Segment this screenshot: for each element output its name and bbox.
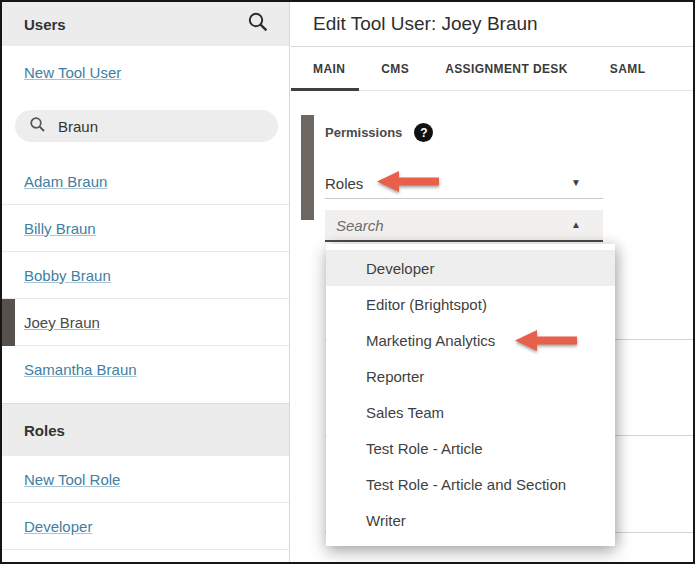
sidebar: Users New Tool User Adam Braun Billy Bra…	[2, 2, 290, 562]
page-title: Edit Tool User: Joey Braun	[313, 13, 538, 35]
roles-header-label: Roles	[24, 422, 65, 439]
users-header-label: Users	[24, 16, 66, 33]
new-tool-role-link[interactable]: New Tool Role	[24, 471, 120, 488]
user-link[interactable]: Samantha Braun	[24, 361, 137, 378]
tab-label: MAIN	[313, 62, 345, 76]
role-list: Developer	[2, 503, 289, 550]
new-tool-user-link[interactable]: New Tool User	[24, 64, 121, 81]
dropdown-option[interactable]: Developer	[326, 250, 615, 286]
new-tool-role-row: New Tool Role	[2, 456, 289, 503]
dropdown-option-label: Developer	[366, 260, 434, 277]
field-focus-bar	[301, 115, 314, 220]
dropdown-option-label: Sales Team	[366, 404, 444, 421]
dropdown-option[interactable]: Editor (Brightspot)	[326, 286, 615, 322]
dropdown-option-label: Test Role - Article	[366, 440, 483, 457]
tab-label: CMS	[381, 62, 409, 76]
role-list-item: Developer	[2, 503, 289, 550]
user-list: Adam Braun Billy Braun Bobby Braun Joey …	[2, 158, 289, 393]
sidebar-gap	[2, 393, 289, 403]
user-link[interactable]: Joey Braun	[24, 314, 100, 331]
dropdown-option-label: Reporter	[366, 368, 424, 385]
role-search-field[interactable]: ▲	[325, 210, 603, 242]
user-link[interactable]: Billy Braun	[24, 220, 96, 237]
select-value: Roles	[325, 175, 363, 192]
tab[interactable]: MAIN	[291, 47, 359, 90]
annotation-arrow-option	[515, 330, 577, 351]
dropdown-option[interactable]: Test Role - Article and Section	[326, 466, 615, 502]
roles-section-header: Roles	[2, 403, 289, 456]
user-list-item: Billy Braun	[2, 205, 289, 252]
search-icon	[29, 116, 46, 137]
tab[interactable]: SAML	[610, 47, 646, 90]
app-window: Users New Tool User Adam Braun Billy Bra…	[0, 0, 695, 564]
dropdown-option-label: Marketing Analytics	[366, 332, 495, 349]
user-search-input[interactable]	[56, 117, 246, 136]
dropdown-option[interactable]: Test Role - Article	[326, 430, 615, 466]
dropdown-option[interactable]: Reporter	[326, 358, 615, 394]
user-list-item: Bobby Braun	[2, 252, 289, 299]
role-search-input[interactable]	[334, 216, 534, 235]
user-list-item: Adam Braun	[2, 158, 289, 205]
permission-type-select[interactable]: Roles ▼	[325, 168, 603, 199]
user-list-item: Joey Braun	[2, 299, 289, 346]
dropdown-option-label: Writer	[366, 512, 406, 529]
user-search-field[interactable]	[15, 110, 278, 142]
dropdown-option-label: Editor (Brightspot)	[366, 296, 487, 313]
dropdown-option[interactable]: Sales Team	[326, 394, 615, 430]
user-link[interactable]: Adam Braun	[24, 173, 107, 190]
tab-label: ASSIGNMENT DESK	[445, 62, 568, 76]
user-link[interactable]: Bobby Braun	[24, 267, 111, 284]
roles-dropdown: Developer Editor (Brightspot) Marketing …	[326, 244, 615, 546]
permissions-row: Permissions ?	[325, 123, 433, 142]
tab[interactable]: CMS	[381, 47, 409, 90]
help-icon[interactable]: ?	[414, 123, 433, 142]
dropdown-option-label: Test Role - Article and Section	[366, 476, 566, 493]
permissions-label: Permissions	[325, 125, 402, 140]
users-section-header: Users	[2, 2, 289, 46]
role-link[interactable]: Developer	[24, 518, 92, 535]
tab-label: SAML	[610, 62, 646, 76]
tab[interactable]: ASSIGNMENT DESK	[445, 47, 568, 90]
annotation-arrow-roles	[377, 171, 439, 192]
search-icon[interactable]	[247, 11, 269, 37]
chevron-down-icon: ▼	[571, 178, 581, 188]
dropdown-option[interactable]: Marketing Analytics	[326, 322, 615, 358]
chevron-up-icon[interactable]: ▲	[571, 220, 581, 230]
new-tool-user-row: New Tool User	[2, 46, 289, 82]
main-panel: Edit Tool User: Joey Braun MAINCMSASSIGN…	[291, 2, 693, 562]
tab-bar: MAINCMSASSIGNMENT DESKSAML	[291, 47, 693, 91]
dropdown-option[interactable]: Writer	[326, 502, 615, 538]
user-list-item: Samantha Braun	[2, 346, 289, 393]
